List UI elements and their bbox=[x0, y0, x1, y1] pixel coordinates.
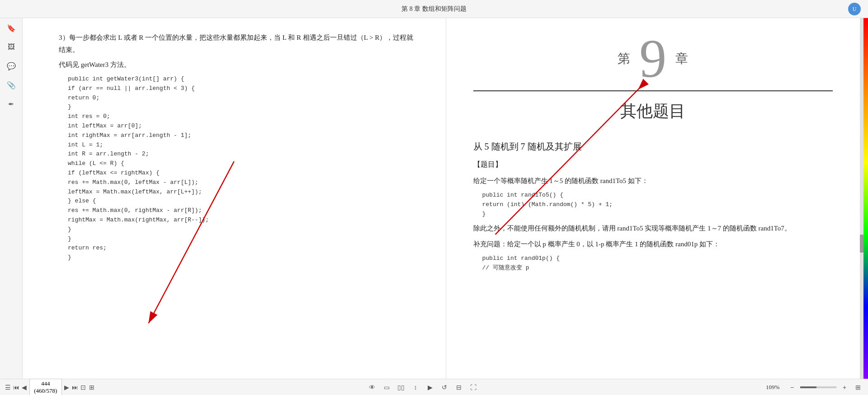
zoom-level: 109% bbox=[766, 384, 784, 391]
top-bar: 第 8 章 数组和矩阵问题 U bbox=[0, 0, 868, 18]
chapter-divider bbox=[473, 90, 833, 91]
zoom-out-button[interactable]: − bbox=[787, 382, 797, 393]
code-line-20: } bbox=[68, 253, 419, 263]
single-page-button[interactable]: ▭ bbox=[381, 382, 392, 393]
toggle-sidebar-button[interactable]: ☰ bbox=[5, 382, 11, 393]
code-line-14: } else { bbox=[68, 197, 419, 206]
fullscreen-button[interactable]: ⛶ bbox=[468, 382, 479, 393]
eye-button[interactable]: 👁 bbox=[367, 382, 377, 393]
page-left[interactable]: 3）每一步都会求出 L 或者 R 一个位置的水量，把这些水量都累加起来，当 L … bbox=[23, 18, 446, 379]
zoom-slider[interactable] bbox=[800, 386, 836, 388]
code-line-12: res += Math.max(0, leftMax - arr[L]); bbox=[68, 178, 419, 188]
section1-code2-block: public int rand01p() { // 可随意改变 p bbox=[473, 254, 833, 273]
code-line-11: if (leftMax <= rightMax) { bbox=[68, 169, 419, 178]
code-line-4: } bbox=[68, 103, 419, 112]
chapter-pre: 第 bbox=[618, 50, 630, 67]
code-line-10: while (L <= R) { bbox=[68, 159, 419, 169]
left-code-block: public int getWater3(int[] arr) { if (ar… bbox=[59, 75, 419, 263]
section1-text1: 给定一个等概率随机产生 1～5 的随机函数 rand1To5 如下： bbox=[473, 175, 833, 187]
code-line-9: int R = arr.length - 2; bbox=[68, 150, 419, 159]
s1-c2-line-2: // 可随意改变 p bbox=[482, 263, 833, 273]
code-line-17: } bbox=[68, 225, 419, 235]
code-line-6: int leftMax = arr[0]; bbox=[68, 122, 419, 131]
code-line-8: int L = 1; bbox=[68, 141, 419, 150]
color-strip bbox=[863, 18, 868, 379]
nav-next-button[interactable]: ▶ bbox=[64, 382, 70, 393]
code-line-7: int rightMax = arr[arr.length - 1]; bbox=[68, 131, 419, 141]
chapter-header: 第 9 章 bbox=[473, 32, 833, 86]
fit-page-button[interactable]: ⊡ bbox=[80, 382, 86, 393]
scroll-button[interactable]: ↕ bbox=[410, 382, 421, 393]
chapter-number: 9 bbox=[639, 32, 666, 86]
bottom-bar-left: ☰ ⏮ ◀ 444 (460/578) ▶ ⏭ ⊡ ⊞ bbox=[5, 379, 95, 395]
bottom-bar-right: 109% − + ⊞ bbox=[750, 382, 863, 393]
page-input[interactable]: 444 (460/578) bbox=[29, 379, 61, 395]
code-line-13: leftMax = Math.max(leftMax, arr[L++]); bbox=[68, 188, 419, 197]
code-line-18: } bbox=[68, 235, 419, 244]
section1-text3: 补充问题：给定一个以 p 概率产生 0，以 1-p 概率产生 1 的随机函数 r… bbox=[473, 238, 833, 250]
user-avatar[interactable]: U bbox=[848, 3, 861, 15]
scrollbar-track[interactable] bbox=[860, 18, 863, 379]
document-title: 第 8 章 数组和矩阵问题 bbox=[401, 5, 467, 13]
paperclip-icon[interactable]: 📎 bbox=[6, 80, 17, 90]
sidebar: 🔖 🖼 💬 📎 ✒ bbox=[0, 18, 23, 379]
section1-code-block: public int rand1To5() { return (int) (Ma… bbox=[473, 191, 833, 219]
code-line-19: return res; bbox=[68, 244, 419, 253]
section1-text2: 除此之外，不能使用任何额外的随机机制，请用 rand1To5 实现等概率随机产生… bbox=[473, 222, 833, 235]
s1-code-line-2: return (int) (Math.random() * 5) + 1; bbox=[482, 200, 833, 210]
rotate-button[interactable]: ↺ bbox=[439, 382, 450, 393]
chapter-post: 章 bbox=[675, 50, 688, 67]
bookmark-icon[interactable]: 🔖 bbox=[6, 23, 17, 33]
play-button[interactable]: ▶ bbox=[425, 382, 435, 393]
nav-prev-button[interactable]: ◀ bbox=[21, 382, 28, 393]
bottom-bar-center: 👁 ▭ ▯▯ ↕ ▶ ↺ ⊟ ⛶ bbox=[97, 382, 749, 393]
scrollbar-thumb[interactable] bbox=[860, 235, 863, 253]
code-line-1: public int getWater3(int[] arr) { bbox=[68, 75, 419, 84]
expand-button[interactable]: ⊞ bbox=[853, 382, 863, 393]
page-right[interactable]: 第 9 章 其他题目 从 5 随机到 7 随机及其扩展 【题目】 给定一个等概率… bbox=[446, 18, 860, 379]
section1-bracket: 【题目】 bbox=[473, 160, 833, 169]
chapter-title: 其他题目 bbox=[473, 100, 833, 122]
code-line-16: rightMax = Math.max(rightMax, arr[R--]); bbox=[68, 216, 419, 225]
code-line-15: res += Math.max(0, rightMax - arr[R]); bbox=[68, 206, 419, 216]
fit-width-button[interactable]: ⊞ bbox=[89, 382, 95, 393]
image-icon[interactable]: 🖼 bbox=[6, 42, 17, 52]
main-container: 🔖 🖼 💬 📎 ✒ 3）每一步都会求出 L 或者 R 一个位置的水量，把这些水量… bbox=[0, 18, 868, 379]
code-line-5: int res = 0; bbox=[68, 112, 419, 122]
double-page-button[interactable]: ▯▯ bbox=[396, 382, 406, 393]
s1-c2-line-1: public int rand01p() { bbox=[482, 254, 833, 263]
bottom-bar: ☰ ⏮ ◀ 444 (460/578) ▶ ⏭ ⊡ ⊞ 👁 ▭ ▯▯ ↕ ▶ ↺… bbox=[0, 379, 868, 395]
s1-code-line-3: } bbox=[482, 210, 833, 219]
left-paragraph1: 3）每一步都会求出 L 或者 R 一个位置的水量，把这些水量都累加起来，当 L … bbox=[59, 32, 419, 56]
nav-last-button[interactable]: ⏭ bbox=[72, 382, 78, 393]
section1-title: 从 5 随机到 7 随机及其扩展 bbox=[473, 141, 833, 153]
code-line-2: if (arr == null || arr.length < 3) { bbox=[68, 84, 419, 94]
code-line-3: return 0; bbox=[68, 94, 419, 103]
split-button[interactable]: ⊟ bbox=[453, 382, 464, 393]
zoom-slider-fill bbox=[800, 386, 816, 388]
s1-code-line-1: public int rand1To5() { bbox=[482, 191, 833, 200]
nav-first-button[interactable]: ⏮ bbox=[13, 382, 19, 393]
left-paragraph2: 代码见 getWater3 方法。 bbox=[59, 59, 419, 71]
content-area: 3）每一步都会求出 L 或者 R 一个位置的水量，把这些水量都累加起来，当 L … bbox=[23, 18, 868, 379]
stamp-icon[interactable]: ✒ bbox=[6, 99, 17, 109]
zoom-in-button[interactable]: + bbox=[839, 382, 850, 393]
comment-icon[interactable]: 💬 bbox=[6, 61, 17, 71]
